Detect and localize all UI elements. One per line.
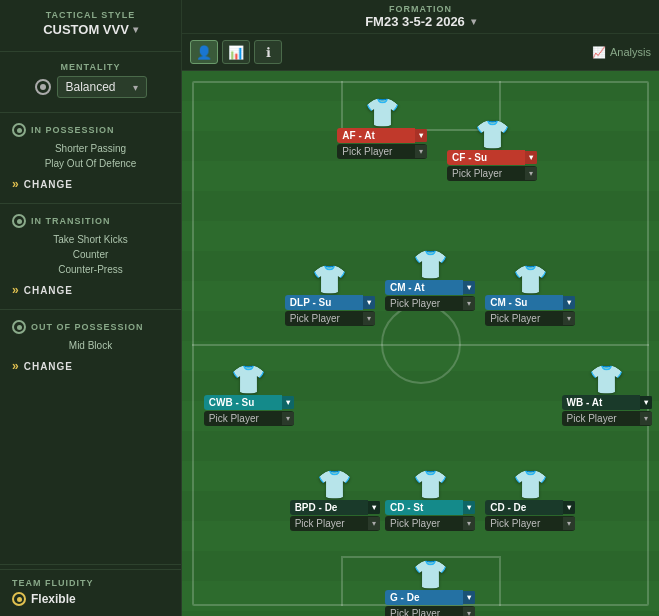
role-badge-dlp[interactable]: DLP - Su ▾ (285, 295, 375, 310)
cwb-role-dd[interactable]: ▾ (282, 396, 294, 409)
formation-value-row[interactable]: FM23 3-5-2 2026 ▾ (365, 14, 476, 29)
out-of-possession-label: OUT OF POSSESSION (31, 322, 144, 332)
mentality-icon (35, 79, 51, 95)
af-pick-dd[interactable]: ▾ (415, 145, 427, 158)
shirt-cwb: 👕 (231, 366, 266, 394)
wb-pick-dd[interactable]: ▾ (640, 412, 652, 425)
mentality-label: MENTALITY (0, 62, 181, 72)
main-area: FORMATION FM23 3-5-2 2026 ▾ 👤 📊 ℹ 📈 Anal… (182, 0, 659, 616)
player-cd-st: 👕 CD - St ▾ Pick Player ▾ (385, 471, 475, 531)
toolbar-info-btn[interactable]: ℹ (254, 40, 282, 64)
role-badge-bpd[interactable]: BPD - De ▾ (290, 500, 380, 515)
gk-role-dd[interactable]: ▾ (463, 591, 475, 604)
cwb-pick-dd[interactable]: ▾ (282, 412, 294, 425)
player-cf: 👕 CF - Su ▾ Pick Player ▾ (447, 121, 537, 181)
player-pick-cd-de[interactable]: Pick Player ▾ (485, 516, 575, 531)
analysis-chart-icon: 📈 (592, 46, 606, 59)
player-gk: 👕 G - De ▾ Pick Player ▾ (385, 561, 475, 616)
cm-at-role-dd[interactable]: ▾ (463, 281, 475, 294)
out-of-possession-icon (12, 320, 26, 334)
sidebar: TACTICAL STYLE CUSTOM VVV ▾ MENTALITY Ba… (0, 0, 182, 616)
player-pick-dlp[interactable]: Pick Player ▾ (285, 311, 375, 326)
cd-st-pick-dd[interactable]: ▾ (463, 517, 475, 530)
out-of-possession-change-btn[interactable]: » CHANGE (12, 357, 73, 375)
role-badge-cm-at[interactable]: CM - At ▾ (385, 280, 475, 295)
mentality-dropdown[interactable]: Balanced ▾ (57, 76, 147, 98)
cd-de-role-dd[interactable]: ▾ (563, 501, 575, 514)
cm-su-pick-dd[interactable]: ▾ (563, 312, 575, 325)
in-possession-title-row: IN POSSESSION (12, 123, 169, 137)
analysis-btn[interactable]: 📈 Analysis (592, 46, 651, 59)
divider4 (0, 309, 181, 310)
role-badge-cwb[interactable]: CWB - Su ▾ (204, 395, 294, 410)
shirt-dlp: 👕 (312, 266, 347, 294)
player-pick-af[interactable]: Pick Player ▾ (337, 144, 427, 159)
player-bpd: 👕 BPD - De ▾ Pick Player ▾ (290, 471, 380, 531)
change-arrows2-icon: » (12, 283, 20, 297)
player-pick-cd-st[interactable]: Pick Player ▾ (385, 516, 475, 531)
cf-pick-dd[interactable]: ▾ (525, 167, 537, 180)
player-dlp: 👕 DLP - Su ▾ Pick Player ▾ (285, 266, 375, 326)
cm-at-pick-dd[interactable]: ▾ (463, 297, 475, 310)
player-cd-de: 👕 CD - De ▾ Pick Player ▾ (485, 471, 575, 531)
dlp-pick-dd[interactable]: ▾ (363, 312, 375, 325)
role-badge-gk[interactable]: G - De ▾ (385, 590, 475, 605)
role-badge-wb[interactable]: WB - At ▾ (562, 395, 652, 410)
role-badge-cf[interactable]: CF - Su ▾ (447, 150, 537, 165)
shirt-af: 👕 (365, 99, 400, 127)
flexible-label: Flexible (31, 592, 76, 606)
player-pick-cf[interactable]: Pick Player ▾ (447, 166, 537, 181)
divider2 (0, 112, 181, 113)
dlp-role-dd[interactable]: ▾ (363, 296, 375, 309)
af-role-dd[interactable]: ▾ (415, 129, 427, 142)
player-pick-cm-at[interactable]: Pick Player ▾ (385, 296, 475, 311)
in-transition-label: IN TRANSITION (31, 216, 111, 226)
wb-role-dd[interactable]: ▾ (640, 396, 652, 409)
info-icon: ℹ (266, 45, 271, 60)
shirt-cf: 👕 (475, 121, 510, 149)
cd-st-role-dd[interactable]: ▾ (463, 501, 475, 514)
gk-pick-dd[interactable]: ▾ (463, 607, 475, 616)
bpd-pick-dd[interactable]: ▾ (368, 517, 380, 530)
player-pick-cm-su[interactable]: Pick Player ▾ (485, 311, 575, 326)
toolbar-players-btn[interactable]: 👤 (190, 40, 218, 64)
toolbar-left: 👤 📊 ℹ (190, 40, 282, 64)
player-pick-wb[interactable]: Pick Player ▾ (562, 411, 652, 426)
team-fluidity-row: TEAM FLUIDITY Flexible (0, 569, 181, 606)
toolbar-stats-btn[interactable]: 📊 (222, 40, 250, 64)
role-badge-cd-st[interactable]: CD - St ▾ (385, 500, 475, 515)
in-transition-section: IN TRANSITION Take Short Kicks Counter C… (0, 208, 181, 305)
player-pick-gk[interactable]: Pick Player ▾ (385, 606, 475, 616)
cf-role-dd[interactable]: ▾ (525, 151, 537, 164)
in-transition-change-btn[interactable]: » CHANGE (12, 281, 73, 299)
shirt-cm-su: 👕 (513, 266, 548, 294)
out-of-possession-items: Mid Block (12, 338, 169, 353)
role-badge-af[interactable]: AF - At ▾ (337, 128, 427, 143)
flexible-icon (12, 592, 26, 606)
shirt-wb: 👕 (589, 366, 624, 394)
tactical-style-value[interactable]: CUSTOM VVV ▾ (0, 22, 181, 37)
bpd-role-dd[interactable]: ▾ (368, 501, 380, 514)
player-pick-bpd[interactable]: Pick Player ▾ (290, 516, 380, 531)
in-transition-icon (12, 214, 26, 228)
in-possession-items: Shorter Passing Play Out Of Defence (12, 141, 169, 171)
change-arrows-icon: » (12, 177, 20, 191)
toolbar-row: 👤 📊 ℹ 📈 Analysis (182, 34, 659, 71)
mentality-select: Balanced ▾ (0, 76, 181, 98)
role-badge-cm-su[interactable]: CM - Su ▾ (485, 295, 575, 310)
in-transition-items: Take Short Kicks Counter Counter-Press (12, 232, 169, 277)
player-cwb: 👕 CWB - Su ▾ Pick Player ▾ (204, 366, 294, 426)
flexible-row: Flexible (12, 592, 169, 606)
cm-su-role-dd[interactable]: ▾ (563, 296, 575, 309)
divider5 (0, 564, 181, 565)
player-cm-at: 👕 CM - At ▾ Pick Player ▾ (385, 251, 475, 311)
player-pick-cwb[interactable]: Pick Player ▾ (204, 411, 294, 426)
cd-de-pick-dd[interactable]: ▾ (563, 517, 575, 530)
role-badge-cd-de[interactable]: CD - De ▾ (485, 500, 575, 515)
in-possession-change-btn[interactable]: » CHANGE (12, 175, 73, 193)
in-transition-title-row: IN TRANSITION (12, 214, 169, 228)
change-arrows3-icon: » (12, 359, 20, 373)
player-af: 👕 AF - At ▾ Pick Player ▾ (337, 99, 427, 159)
shirt-cd-de: 👕 (513, 471, 548, 499)
formation-label: FORMATION (389, 4, 452, 14)
